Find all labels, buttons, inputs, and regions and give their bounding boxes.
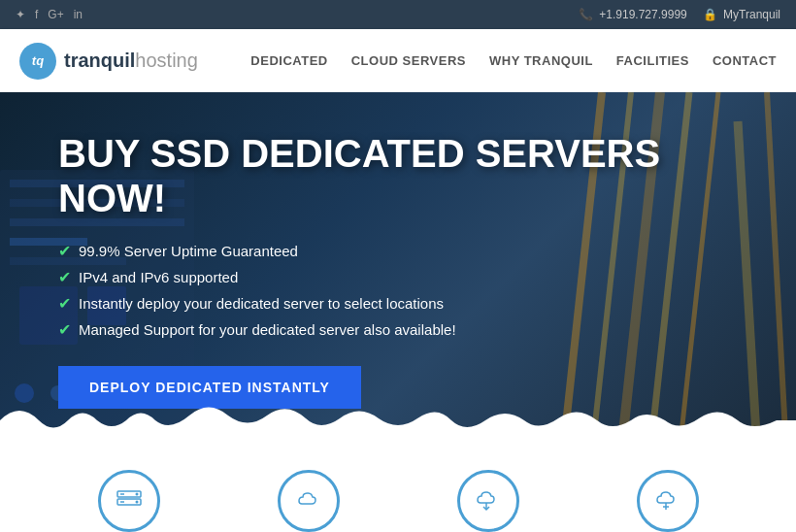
cloud-wave <box>0 372 796 449</box>
feature-1: ✔ 99.9% Server Uptime Guaranteed <box>58 242 738 260</box>
my-account[interactable]: 🔒 MyTranquil <box>703 8 780 21</box>
lock-icon: 🔒 <box>703 8 717 21</box>
social-links: ✦ f G+ in <box>16 8 83 21</box>
check-icon-4: ✔ <box>58 320 71 339</box>
feature-2: ✔ IPv4 and IPv6 supported <box>58 268 738 286</box>
nav-why-tranquil[interactable]: WHY TRANQUIL <box>489 50 593 72</box>
googleplus-icon[interactable]: G+ <box>48 8 63 21</box>
facebook-icon[interactable]: f <box>35 8 38 21</box>
check-icon-2: ✔ <box>58 268 71 286</box>
svg-point-21 <box>135 501 138 504</box>
feature-3: ✔ Instantly deploy your dedicated server… <box>58 294 738 313</box>
logo[interactable]: tq tranquilhosting <box>19 43 198 80</box>
twitter-icon[interactable]: ✦ <box>16 8 25 21</box>
cloud-icon-1 <box>278 470 340 532</box>
nav-links: DEDICATED CLOUD SERVERS WHY TRANQUIL FAC… <box>250 50 777 72</box>
nav-facilities[interactable]: FACILITIES <box>616 50 689 72</box>
cloud-icon-3 <box>637 470 699 532</box>
logo-text: tranquilhosting <box>64 50 198 72</box>
server-icon-container <box>98 470 160 532</box>
server-icon <box>98 470 160 532</box>
logo-icon: tq <box>19 43 56 80</box>
nav-dedicated[interactable]: DEDICATED <box>250 50 327 72</box>
cloud-icon-container-1 <box>278 470 340 532</box>
server-svg <box>115 486 144 515</box>
phone-number: 📞 +1.919.727.9999 <box>579 8 687 21</box>
linkedin-icon[interactable]: in <box>74 8 83 21</box>
feature-4: ✔ Managed Support for your dedicated ser… <box>58 320 738 339</box>
cloud-icon-container-3 <box>637 470 699 532</box>
hero-title: BUY SSD DEDICATED SERVERS NOW! <box>58 131 738 220</box>
cloud-svg-3 <box>653 486 682 515</box>
check-icon-3: ✔ <box>58 294 71 313</box>
check-icon-1: ✔ <box>58 242 71 260</box>
hero-features: ✔ 99.9% Server Uptime Guaranteed ✔ IPv4 … <box>58 242 738 339</box>
navbar: tq tranquilhosting DEDICATED CLOUD SERVE… <box>0 29 796 92</box>
nav-cloud-servers[interactable]: CLOUD SERVERS <box>351 50 466 72</box>
bottom-icons-section <box>0 449 796 532</box>
cloud-svg-1 <box>294 486 323 515</box>
top-bar-right: 📞 +1.919.727.9999 🔒 MyTranquil <box>579 8 780 21</box>
svg-point-20 <box>135 493 138 496</box>
hero-section: BUY SSD DEDICATED SERVERS NOW! ✔ 99.9% S… <box>0 92 796 449</box>
top-bar: ✦ f G+ in 📞 +1.919.727.9999 🔒 MyTranquil <box>0 0 796 29</box>
nav-contact[interactable]: CONTACT <box>713 50 777 72</box>
cloud-svg-2 <box>474 486 503 515</box>
phone-icon: 📞 <box>579 8 593 21</box>
cloud-icon-2 <box>457 470 519 532</box>
cloud-icon-container-2 <box>457 470 519 532</box>
